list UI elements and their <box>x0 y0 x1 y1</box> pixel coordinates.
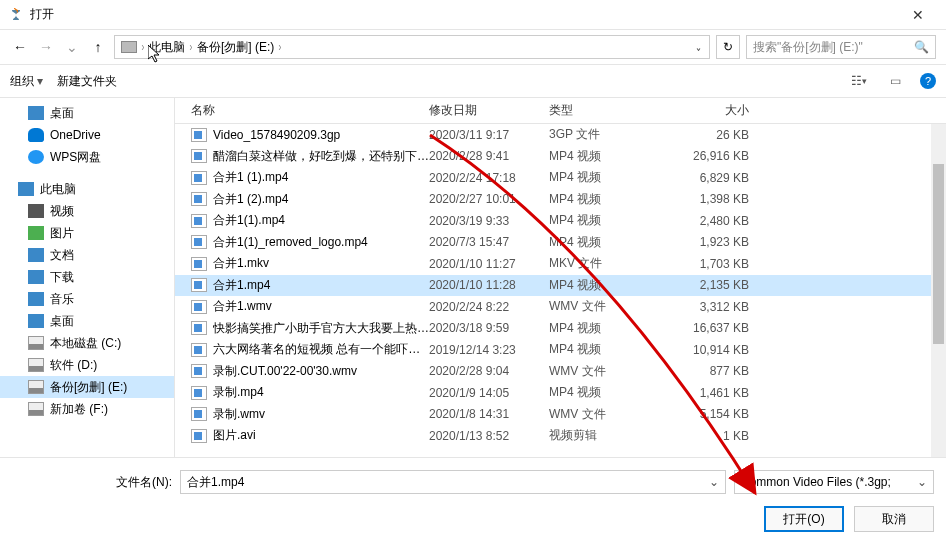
file-row[interactable]: 图片.avi2020/1/13 8:52视频剪辑1 KB <box>175 425 946 447</box>
file-type: WMV 文件 <box>549 406 669 423</box>
sidebar-item-label: 文档 <box>50 247 74 264</box>
recent-dropdown[interactable]: ⌄ <box>62 39 82 55</box>
file-row[interactable]: 快影搞笑推广小助手官方大大我要上热门...2020/3/18 9:59MP4 视… <box>175 318 946 340</box>
file-name: 合并1 (2).mp4 <box>213 191 429 208</box>
sidebar-item[interactable]: 备份[勿删] (E:) <box>0 376 174 398</box>
file-row[interactable]: 醋溜白菜这样做，好吃到爆，还特别下饭...2020/2/28 9:41MP4 视… <box>175 146 946 168</box>
file-date: 2020/1/8 14:31 <box>429 407 549 421</box>
drive-icon <box>28 358 44 372</box>
file-date: 2020/2/28 9:41 <box>429 149 549 163</box>
breadcrumb[interactable]: › 此电脑 › 备份[勿删] (E:) › ⌄ <box>114 35 710 59</box>
file-size: 1,398 KB <box>669 192 769 206</box>
sidebar-item[interactable]: 本地磁盘 (C:) <box>0 332 174 354</box>
file-type: MP4 视频 <box>549 212 669 229</box>
file-type: MP4 视频 <box>549 277 669 294</box>
filter-dropdown-icon[interactable]: ⌄ <box>917 475 927 489</box>
file-icon <box>191 300 207 314</box>
scrollbar[interactable] <box>931 124 946 457</box>
forward-button: → <box>36 39 56 55</box>
file-row[interactable]: 合并1.mkv2020/1/10 11:27MKV 文件1,703 KB <box>175 253 946 275</box>
sidebar-item[interactable]: 图片 <box>0 222 174 244</box>
file-date: 2020/3/18 9:59 <box>429 321 549 335</box>
close-button[interactable]: ✕ <box>898 7 938 23</box>
file-name: 快影搞笑推广小助手官方大大我要上热门... <box>213 320 429 337</box>
file-row[interactable]: 合并1.mp42020/1/10 11:28MP4 视频2,135 KB <box>175 275 946 297</box>
desktop-icon <box>28 106 44 120</box>
column-size[interactable]: 大小 <box>669 102 769 119</box>
file-row[interactable]: 合并1(1).mp42020/3/19 9:33MP4 视频2,480 KB <box>175 210 946 232</box>
breadcrumb-root[interactable]: 此电脑 <box>149 39 185 56</box>
sidebar-item-label: 此电脑 <box>40 181 76 198</box>
new-folder-button[interactable]: 新建文件夹 <box>57 73 117 90</box>
file-row[interactable]: 合并1 (2).mp42020/2/27 10:01MP4 视频1,398 KB <box>175 189 946 211</box>
file-type: MP4 视频 <box>549 320 669 337</box>
sidebar-item-label: WPS网盘 <box>50 149 101 166</box>
file-row[interactable]: 录制.mp42020/1/9 14:05MP4 视频1,461 KB <box>175 382 946 404</box>
search-input[interactable]: 搜索"备份[勿删] (E:)" 🔍 <box>746 35 936 59</box>
java-icon <box>8 7 24 23</box>
file-row[interactable]: 录制.wmv2020/1/8 14:31WMV 文件5,154 KB <box>175 404 946 426</box>
path-dropdown-icon[interactable]: ⌄ <box>695 40 702 54</box>
up-button[interactable]: ↑ <box>88 39 108 55</box>
onedrive-icon <box>28 128 44 142</box>
organize-menu[interactable]: 组织 ▾ <box>10 73 43 90</box>
sidebar-item-label: 软件 (D:) <box>50 357 97 374</box>
sidebar-item[interactable]: 文档 <box>0 244 174 266</box>
file-icon <box>191 321 207 335</box>
filename-dropdown-icon[interactable]: ⌄ <box>709 475 719 489</box>
file-row[interactable]: 录制.CUT.00'22-00'30.wmv2020/2/28 9:04WMV … <box>175 361 946 383</box>
sidebar-item[interactable]: OneDrive <box>0 124 174 146</box>
sidebar-item[interactable]: WPS网盘 <box>0 146 174 168</box>
file-icon <box>191 192 207 206</box>
column-name[interactable]: 名称 <box>191 102 429 119</box>
filetype-filter[interactable]: Common Video Files (*.3gp; ⌄ <box>734 470 934 494</box>
refresh-button[interactable]: ↻ <box>716 35 740 59</box>
column-date[interactable]: 修改日期 <box>429 102 549 119</box>
cancel-button[interactable]: 取消 <box>854 506 934 532</box>
sidebar-item-label: 本地磁盘 (C:) <box>50 335 121 352</box>
file-type: MP4 视频 <box>549 341 669 358</box>
file-row[interactable]: 合并1(1)_removed_logo.mp42020/7/3 15:47MP4… <box>175 232 946 254</box>
back-button[interactable]: ← <box>10 39 30 55</box>
sidebar-item[interactable]: 视频 <box>0 200 174 222</box>
file-type: WMV 文件 <box>549 298 669 315</box>
help-button[interactable]: ? <box>920 73 936 89</box>
file-icon <box>191 429 207 443</box>
file-size: 16,637 KB <box>669 321 769 335</box>
drive-icon <box>28 336 44 350</box>
file-type: 视频剪辑 <box>549 427 669 444</box>
breadcrumb-current[interactable]: 备份[勿删] (E:) <box>197 39 274 56</box>
file-name: 录制.wmv <box>213 406 429 423</box>
file-date: 2019/12/14 3:23 <box>429 343 549 357</box>
sidebar-item[interactable]: 软件 (D:) <box>0 354 174 376</box>
sidebar-item[interactable]: 下载 <box>0 266 174 288</box>
file-row[interactable]: Video_1578490209.3gp2020/3/11 9:173GP 文件… <box>175 124 946 146</box>
sidebar-item[interactable]: 桌面 <box>0 102 174 124</box>
file-name: 合并1(1)_removed_logo.mp4 <box>213 234 429 251</box>
file-row[interactable]: 六大网络著名的短视频 总有一个能吓着...2019/12/14 3:23MP4 … <box>175 339 946 361</box>
file-size: 3,312 KB <box>669 300 769 314</box>
sidebar-item[interactable]: 桌面 <box>0 310 174 332</box>
column-type[interactable]: 类型 <box>549 102 669 119</box>
open-button[interactable]: 打开(O) <box>764 506 844 532</box>
sidebar-item[interactable]: 新加卷 (F:) <box>0 398 174 420</box>
file-row[interactable]: 合并1.wmv2020/2/24 8:22WMV 文件3,312 KB <box>175 296 946 318</box>
preview-pane-button[interactable]: ▭ <box>884 72 906 90</box>
search-placeholder: 搜索"备份[勿删] (E:)" <box>753 39 863 56</box>
pc-icon <box>18 182 34 196</box>
file-name: 图片.avi <box>213 427 429 444</box>
file-name: Video_1578490209.3gp <box>213 128 429 142</box>
sidebar-item[interactable]: 此电脑 <box>0 178 174 200</box>
filename-input[interactable]: 合并1.mp4 ⌄ <box>180 470 726 494</box>
view-options-button[interactable]: ☷ ▾ <box>848 72 870 90</box>
sidebar-item-label: OneDrive <box>50 128 101 142</box>
file-icon <box>191 386 207 400</box>
file-icon <box>191 364 207 378</box>
file-row[interactable]: 合并1 (1).mp42020/2/24 17:18MP4 视频6,829 KB <box>175 167 946 189</box>
file-name: 合并1.wmv <box>213 298 429 315</box>
file-size: 26,916 KB <box>669 149 769 163</box>
sidebar-item[interactable]: 音乐 <box>0 288 174 310</box>
scrollbar-thumb[interactable] <box>933 164 944 344</box>
file-size: 5,154 KB <box>669 407 769 421</box>
file-type: MP4 视频 <box>549 384 669 401</box>
